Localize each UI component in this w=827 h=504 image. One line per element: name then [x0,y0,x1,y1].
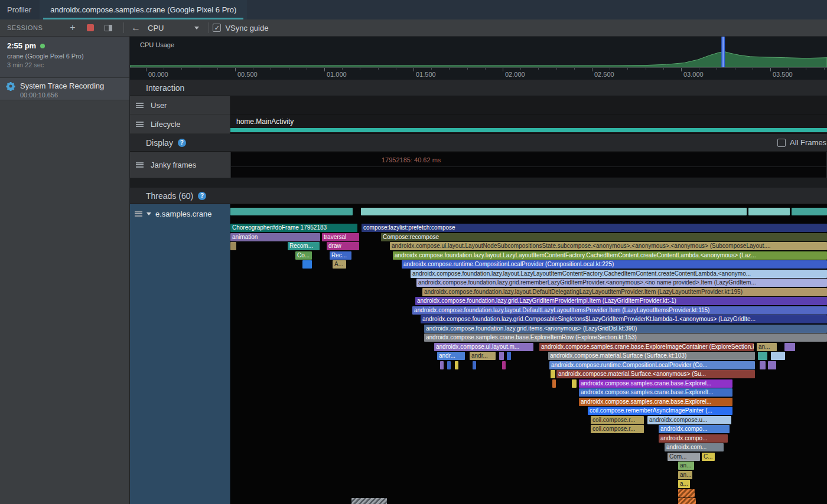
flame-span[interactable]: androidx.compose.runtime.CompositionLoca… [402,260,827,269]
expand-caret-icon[interactable] [146,212,151,215]
drag-handle-icon[interactable] [135,211,142,217]
vsync-guide-checkbox[interactable] [213,24,221,32]
flame-chart[interactable]: Choreographer#doFrame 17952183compose:la… [230,204,827,504]
flame-span[interactable] [771,352,785,360]
flame-span[interactable]: andr... [437,352,465,360]
flame-span[interactable]: an... [678,462,694,470]
flame-span[interactable]: androidx.compose.foundation.lazy.layout.… [412,306,827,315]
stop-recording-button[interactable] [84,22,96,34]
flame-span[interactable]: andr... [470,352,496,360]
flame-span[interactable]: androidx.compose.ui.layout.m... [434,343,533,351]
drag-handle-icon[interactable] [136,162,144,168]
flame-span[interactable] [678,489,695,498]
flame-span[interactable] [572,379,577,388]
flame-span[interactable] [447,361,451,369]
flame-span[interactable] [440,361,444,369]
flame-span[interactable]: coil.compose.rememberAsyncImagePainter (… [588,407,732,415]
all-frames-toggle[interactable]: All Frames [777,138,826,147]
flame-span[interactable]: androidx.compose.foundation.lazy.grid.Co… [421,315,827,323]
janky-frames-track[interactable]: 17952185: 40.62 ms [230,152,827,178]
flame-span[interactable] [351,498,387,504]
new-session-button[interactable] [67,22,79,34]
flame-span[interactable] [748,208,790,215]
flame-span[interactable] [473,361,476,369]
back-button[interactable] [130,22,142,34]
flame-span[interactable]: androidx.compose.samples.crane.base.Expl… [579,388,732,397]
flame-span[interactable]: androidx.compose.material.Surface (Surfa… [548,352,755,360]
all-frames-checkbox[interactable] [777,139,786,147]
flame-span[interactable]: androidx.compo... [659,425,730,433]
drag-handle-icon[interactable] [136,103,144,108]
flame-span[interactable]: coil.compose.r... [591,425,644,433]
flame-span[interactable]: C... [702,453,715,461]
flame-span[interactable] [507,352,511,360]
flame-span[interactable]: androidx.compose.samples.crane.base.Expl… [579,398,732,406]
flame-span[interactable] [552,379,556,388]
drag-handle-icon[interactable] [136,122,144,127]
flame-span[interactable]: an... [757,343,777,351]
flame-span[interactable]: androidx.compose.samples.crane.base.Expl… [539,343,754,351]
flame-span[interactable] [758,352,767,360]
flame-span[interactable] [792,208,827,215]
flame-span[interactable]: a... [678,480,690,488]
flame-span[interactable] [499,352,504,360]
flame-span[interactable]: Recom... [288,242,320,250]
flame-span[interactable] [760,361,766,369]
user-track[interactable] [230,96,827,114]
flame-span[interactable]: Choreographer#doFrame 17952183 [230,224,357,232]
flame-span[interactable]: androidx.compose.foundation.lazy.layout.… [422,288,827,296]
session-item[interactable]: 2:55 pm crane (Google Pixel 6 Pro) 3 min… [0,37,129,78]
flame-span[interactable] [302,260,312,269]
flame-span[interactable] [361,208,747,215]
flame-span[interactable]: androidx.compose.samples.crane.base.Expl… [424,333,827,342]
janky-row-label[interactable]: Janky frames [130,152,230,178]
flame-span[interactable] [455,361,458,369]
flame-span[interactable] [230,208,353,215]
flame-span[interactable]: A... [333,260,346,269]
flame-span[interactable]: Co... [295,251,312,260]
cpu-usage-strip[interactable]: CPU Usage 00.00000.50001.00001.50002.000… [130,37,827,80]
flame-span[interactable]: Compose:recompose [381,233,827,241]
flame-span[interactable]: androidx.compose.material.Surface.<anony… [556,370,755,378]
flame-span[interactable]: androidx.compose.foundation.lazy.grid.La… [415,297,827,305]
thread-label-column[interactable]: e.samples.crane [130,204,230,504]
flame-span[interactable]: androidx.compose.foundation.lazy.layout.… [411,270,827,278]
flame-span[interactable]: androidx.compose.foundation.lazy.grid.re… [416,279,827,287]
lifecycle-track[interactable]: home.MainActivity [230,114,827,134]
lifecycle-activity-bar[interactable] [230,128,827,132]
flame-span[interactable]: androidx.compo... [659,434,728,443]
flame-span[interactable]: androidx.compose.foundation.lazy.grid.it… [424,325,827,333]
flame-span[interactable]: androidx.compose.ui.layout.LayoutNodeSub… [390,242,827,250]
help-icon[interactable] [198,192,206,200]
cpu-usage-label: CPU Usage [140,41,174,48]
thread-row-e-samples-crane[interactable]: e.samples.crane [130,204,230,218]
flame-span[interactable] [768,361,776,369]
flame-span[interactable]: compose:lazylist:prefetch:compose [362,224,827,232]
flame-span[interactable]: androidx.compose.samples.crane.base.Expl… [579,379,732,388]
trace-artifact-item[interactable]: System Trace Recording 00:00:10.656 [0,78,129,100]
session-tab[interactable]: androidx.compose.samples.crane (Google P… [40,0,247,19]
flame-span[interactable]: androidx.compose.runtime.CompositionLoca… [549,361,755,369]
flame-span[interactable] [502,361,506,369]
flame-span[interactable]: androidx.compose.u... [647,416,731,424]
flame-span[interactable]: animation [230,233,320,241]
flame-span[interactable]: Rec... [330,251,351,260]
flame-span[interactable]: an... [678,471,692,479]
flame-span[interactable] [551,370,555,378]
cpu-time-axis[interactable]: 00.00000.50001.00001.50002.00002.50003.0… [130,67,827,80]
flame-span[interactable]: androidx.com... [665,443,724,451]
body: 2:55 pm crane (Google Pixel 6 Pro) 3 min… [0,37,827,504]
profiler-type-dropdown[interactable]: CPU [142,24,205,32]
help-icon[interactable] [178,139,186,147]
flame-span[interactable]: coil.compose.r... [591,416,644,424]
lifecycle-row-label[interactable]: Lifecycle [130,114,230,134]
flame-span[interactable] [230,242,236,250]
user-row-label[interactable]: User [130,96,230,114]
flame-span[interactable] [678,498,696,504]
collapse-panel-button[interactable] [102,22,114,34]
flame-span[interactable]: traversal [322,233,359,241]
flame-span[interactable] [784,343,795,351]
flame-span[interactable]: androidx.compose.foundation.lazy.layout.… [393,251,827,260]
flame-span[interactable]: draw [327,242,359,250]
flame-span[interactable]: Com... [668,453,700,461]
